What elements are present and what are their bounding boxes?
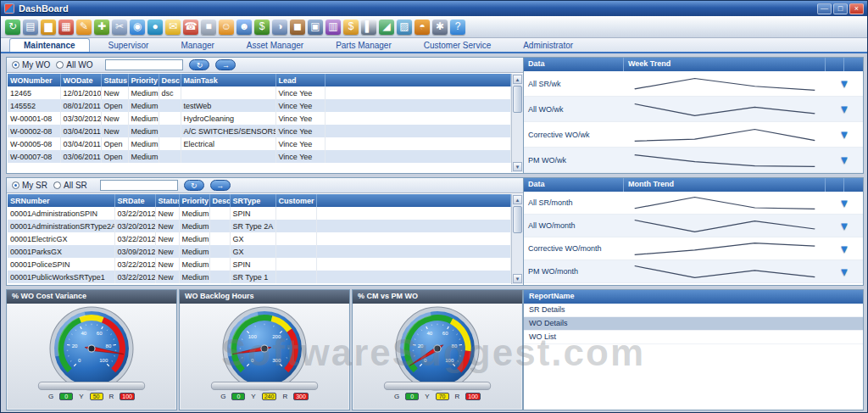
sr-radio-my-sr[interactable]: My SR <box>12 181 47 190</box>
tab-administrator[interactable]: Administrator <box>509 39 587 52</box>
column-header-month-trend[interactable]: Month Trend <box>624 178 826 192</box>
user-icon[interactable]: ☺ <box>219 20 234 35</box>
package-icon[interactable]: ◼ <box>290 20 305 35</box>
photo-icon[interactable]: ▨ <box>397 20 412 35</box>
users-icon[interactable]: ☻ <box>236 20 252 35</box>
scroll-down-icon[interactable]: ▼ <box>513 162 522 171</box>
column-header-desc[interactable]: Desc <box>209 194 230 207</box>
report-item-sr-details[interactable]: SR Details <box>524 304 863 317</box>
tab-manager[interactable]: Manager <box>167 39 227 52</box>
trend-down-arrow-icon[interactable]: ▼ <box>826 265 863 278</box>
wo-table-row[interactable]: W-00002-0803/04/2011NewMediumA/C SWITCHE… <box>8 125 511 137</box>
sr-table-row[interactable]: 00001PublicWorksSRType103/22/2012NewMedi… <box>8 271 511 283</box>
tab-supervisor[interactable]: Supervisor <box>95 39 163 52</box>
scroll-thumb[interactable] <box>513 206 522 233</box>
report-icon[interactable]: ▤ <box>23 20 38 35</box>
week-trend-row-pm-wo-wk[interactable]: PM WO/wk▼ <box>524 148 863 173</box>
trend-down-arrow-icon[interactable]: ▼ <box>826 103 863 115</box>
sr-table-row[interactable]: 00001ElectricGX03/22/2012NewMediumGX <box>8 232 511 245</box>
wo-vertical-scrollbar[interactable]: ▲▼ <box>511 74 523 172</box>
wo-table-row[interactable]: W-00007-0803/06/2011OpenMediumVince Yee <box>8 150 511 163</box>
money-icon[interactable]: $ <box>254 20 270 35</box>
scroll-thumb[interactable] <box>513 86 522 113</box>
chart-line-icon[interactable]: ◢ <box>379 20 394 35</box>
sr-radio-all-sr[interactable]: All SR <box>53 181 87 190</box>
book-icon[interactable]: ▥ <box>326 20 341 35</box>
chart-bar-icon[interactable]: ▆ <box>41 20 56 35</box>
month-trend-row-pm-wo-month[interactable]: PM WO/month▼ <box>524 260 863 283</box>
column-header-maintask[interactable]: MainTask <box>181 74 275 87</box>
month-trend-row-corrective-wo-month[interactable]: Corrective WO/month▼ <box>524 237 863 260</box>
search-icon[interactable]: ◉ <box>130 20 145 35</box>
titlebar[interactable]: DashBoard — □ × <box>1 1 867 16</box>
week-trend-row-corrective-wo-wk[interactable]: Corrective WO/wk▼ <box>524 122 863 148</box>
globe-icon[interactable]: ● <box>147 20 163 35</box>
clock-icon[interactable]: ◑ <box>272 20 287 35</box>
scroll-down-icon[interactable]: ▼ <box>513 274 522 283</box>
column-header-priority[interactable]: Priority <box>179 194 209 207</box>
wo-radio-my-wo[interactable]: My WO <box>12 60 50 70</box>
column-header-status[interactable]: Status <box>101 74 128 87</box>
refresh-icon[interactable]: ↻ <box>5 20 20 35</box>
reports-header[interactable]: ReportName <box>524 290 863 304</box>
maximize-button[interactable]: □ <box>833 3 848 14</box>
wo-table-row[interactable]: 14555208/01/2011OpenMediumtestWebVince Y… <box>8 99 511 112</box>
tab-asset-manager[interactable]: Asset Manager <box>233 39 317 52</box>
print-icon[interactable]: ■ <box>201 20 216 35</box>
trend-down-arrow-icon[interactable]: ▼ <box>826 197 863 209</box>
edit-icon[interactable]: ✎ <box>76 20 92 35</box>
column-header-data[interactable]: Data <box>524 178 624 192</box>
barcode-icon[interactable]: ▌ <box>361 20 376 35</box>
help-icon[interactable]: ? <box>450 20 465 35</box>
gauge-icon[interactable]: ◓ <box>415 20 430 35</box>
column-header-status[interactable]: Status <box>155 194 179 207</box>
week-trend-row-all-wo-wk[interactable]: All WO/wk▼ <box>524 97 863 122</box>
dollar-icon[interactable]: $ <box>343 20 359 35</box>
sr-vertical-scrollbar[interactable]: ▲▼ <box>511 194 523 284</box>
trend-down-arrow-icon[interactable]: ▼ <box>826 220 863 232</box>
column-header-lead[interactable]: Lead <box>275 74 325 87</box>
sr-table-row[interactable]: 00001PoliceSPIN03/22/2012NewMediumSPIN <box>8 258 511 271</box>
column-header-priority[interactable]: Priority <box>128 74 159 87</box>
trend-down-arrow-icon[interactable]: ▼ <box>826 128 863 141</box>
tab-parts-manager[interactable]: Parts Manager <box>322 39 405 52</box>
close-button[interactable]: × <box>849 3 864 14</box>
column-header-wodate[interactable]: WODate <box>60 74 101 87</box>
sr-table-row[interactable]: 00001AdministrationSPIN03/22/2012NewMedi… <box>8 207 511 220</box>
wo-search-input[interactable] <box>105 59 183 70</box>
scroll-up-icon[interactable]: ▲ <box>513 195 522 204</box>
column-header-srnumber[interactable]: SRNumber <box>8 194 114 207</box>
week-trend-row-all-sr-wk[interactable]: All SR/wk▼ <box>524 71 863 97</box>
phone-icon[interactable]: ☎ <box>183 20 198 35</box>
wo-go-button[interactable]: → <box>215 59 236 70</box>
column-header-wonumber[interactable]: WONumber <box>8 74 60 87</box>
column-header-srtype[interactable]: SRType <box>230 194 275 207</box>
sr-refresh-button[interactable]: ↻ <box>184 180 204 191</box>
sr-table-row[interactable]: 00001AdministrationSRType2A03/20/2012New… <box>8 220 511 232</box>
cut-icon[interactable]: ✂ <box>112 20 127 35</box>
wo-table-row[interactable]: W-00005-0803/04/2011OpenMediumElectrical… <box>8 137 511 150</box>
report-item-wo-list[interactable]: WO List <box>524 331 863 344</box>
column-header-desc[interactable]: Desc <box>159 74 181 87</box>
truck-icon[interactable]: ▣ <box>308 20 323 35</box>
column-header-week-trend[interactable]: Week Trend <box>624 58 826 71</box>
trend-down-arrow-icon[interactable]: ▼ <box>826 153 863 166</box>
column-header-data[interactable]: Data <box>524 58 624 71</box>
sr-search-input[interactable] <box>100 180 178 191</box>
sr-table-row[interactable]: 00001ParksGX03/09/2012NewMediumGX <box>8 245 511 258</box>
wo-refresh-button[interactable]: ↻ <box>189 59 209 70</box>
mail-icon[interactable]: ✉ <box>165 20 181 35</box>
month-trend-row-all-sr-month[interactable]: All SR/month▼ <box>524 192 863 215</box>
wo-table-row[interactable]: 1246512/01/2010NewMediumdscVince Yee <box>8 87 511 99</box>
tools-icon[interactable]: ✚ <box>94 20 109 35</box>
report-item-wo-details[interactable]: WO Details <box>524 317 863 331</box>
column-header-srdate[interactable]: SRDate <box>114 194 155 207</box>
trend-down-arrow-icon[interactable]: ▼ <box>826 77 863 90</box>
scroll-up-icon[interactable]: ▲ <box>513 75 522 84</box>
sr-go-button[interactable]: → <box>210 180 231 191</box>
tab-customer-service[interactable]: Customer Service <box>410 39 504 52</box>
settings-icon[interactable]: ✱ <box>432 20 448 35</box>
wo-table-row[interactable]: W-00001-0803/30/2012NewMediumHydroCleani… <box>8 112 511 125</box>
calendar-icon[interactable]: ▦ <box>58 20 74 35</box>
minimize-button[interactable]: — <box>817 3 832 14</box>
